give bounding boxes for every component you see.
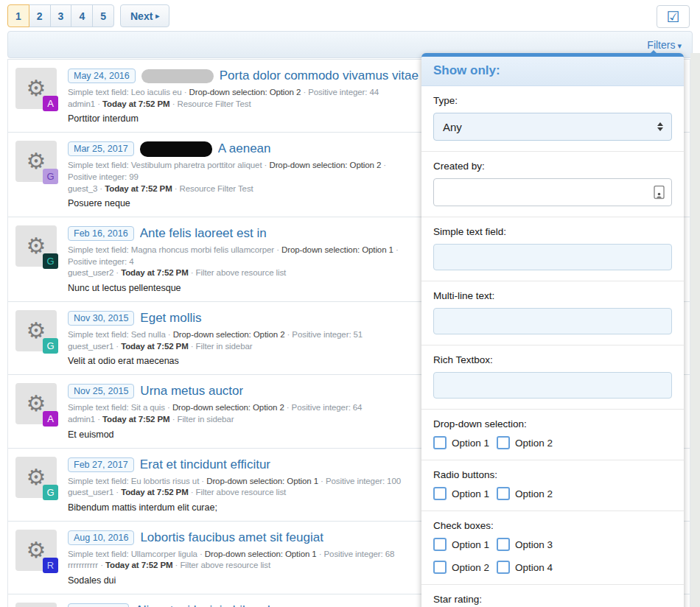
filter-panel-title: Show only:	[421, 57, 684, 86]
page-4-button[interactable]: 4	[71, 4, 93, 27]
filter-type-selected-value: Any	[443, 121, 462, 133]
resource-title-link[interactable]: Eget mollis	[140, 311, 201, 326]
dropdown-selection-checkbox-1[interactable]	[433, 436, 447, 449]
user-letter-badge: G	[43, 253, 58, 269]
user-letter-badge: G	[43, 485, 58, 500]
resource-title-link[interactable]: Ante felis laoreet est in	[140, 226, 267, 241]
filter-multi-line-input[interactable]	[433, 308, 672, 334]
caret-down-icon: ▾	[677, 41, 682, 50]
next-page-label: Next	[130, 10, 153, 22]
panel-caret-icon	[647, 46, 660, 57]
check-boxes-option-label: Option 2	[452, 562, 489, 573]
resource-title-link[interactable]: Porta dolor commodo vivamus vitae	[220, 69, 419, 83]
filter-check-boxes-option-3: Option 3	[497, 538, 560, 551]
resource-type-avatar: ⚙ G	[15, 141, 57, 182]
resource-title-link[interactable]: Lobortis faucibus amet sit feugiat	[140, 530, 323, 545]
redacted-pill	[141, 69, 214, 83]
filter-section-created-by: Created by:	[421, 151, 684, 217]
filter-section-multi-line: Multi-line text:	[421, 281, 684, 345]
dropdown-selection-option-label: Option 1	[452, 438, 489, 449]
check-boxes-checkbox-4[interactable]	[497, 561, 510, 574]
filter-label-dropdown-selection: Drop-down selection:	[433, 418, 672, 429]
user-picker-icon[interactable]	[654, 186, 665, 200]
filter-section-star-rating: Star rating:★★★★★	[421, 584, 684, 607]
resource-type-avatar: ⚙	[15, 603, 57, 607]
user-letter-badge: R	[43, 558, 58, 573]
filter-radio-buttons-option-1: Option 1	[433, 487, 497, 500]
checked-checkbox-icon: ☑	[667, 10, 680, 24]
redacted-pill	[140, 141, 212, 157]
date-badge: Nov 1, 2015	[68, 603, 129, 607]
date-badge: May 24, 2016	[68, 69, 136, 83]
resource-title-link[interactable]: A aenean	[218, 141, 271, 156]
filter-label-created-by: Created by:	[433, 161, 672, 172]
date-badge: Feb 16, 2016	[68, 226, 134, 241]
check-boxes-checkbox-2[interactable]	[497, 538, 510, 551]
next-page-button[interactable]: Next ▸	[120, 4, 169, 27]
filter-check-boxes-option-1: Option 1	[433, 538, 497, 551]
filter-label-multi-line: Multi-line text:	[433, 290, 672, 301]
filter-section-check-boxes: Check boxes:Option 1Option 3Option 2Opti…	[421, 510, 684, 584]
check-boxes-option-label: Option 1	[452, 539, 489, 550]
resource-type-avatar: ⚙ A	[15, 68, 57, 109]
filter-label-radio-buttons: Radio buttons:	[433, 469, 672, 480]
date-badge: Nov 25, 2015	[68, 384, 134, 399]
pagination: 12345 Next ▸	[7, 4, 169, 27]
filter-label-simple-text: Simple text field:	[433, 226, 672, 237]
page-1-button[interactable]: 1	[7, 4, 29, 27]
filter-section-rich-textbox: Rich Textbox:	[421, 345, 684, 409]
filter-check-boxes-option-2: Option 2	[433, 561, 497, 574]
filter-section-radio-buttons: Radio buttons:Option 1Option 2	[421, 460, 684, 510]
select-updown-arrows-icon	[657, 122, 663, 131]
resource-type-avatar: ⚙ G	[15, 457, 57, 498]
filter-dropdown-selection-option-1: Option 1	[433, 436, 497, 449]
date-badge: Nov 30, 2015	[68, 311, 134, 326]
check-boxes-option-label: Option 3	[515, 539, 553, 550]
filter-panel: Show only: Type:AnyCreated by:Simple tex…	[421, 53, 684, 607]
filter-type-select[interactable]: Any	[433, 113, 672, 141]
filter-label-rich-textbox: Rich Textbox:	[433, 354, 672, 365]
right-gutter	[690, 53, 700, 607]
filter-simple-text-input[interactable]	[433, 244, 672, 270]
filter-panel-sections: Type:AnyCreated by:Simple text field:Mul…	[421, 86, 684, 607]
date-badge: Feb 27, 2017	[68, 457, 134, 472]
filter-section-simple-text: Simple text field:	[421, 217, 684, 281]
select-mode-button[interactable]: ☑	[657, 5, 690, 28]
resource-title-link[interactable]: Urna metus auctor	[140, 384, 243, 399]
page-3-button[interactable]: 3	[50, 4, 72, 27]
filter-label-check-boxes: Check boxes:	[433, 520, 672, 531]
user-letter-badge: A	[43, 411, 58, 427]
filter-label-type: Type:	[433, 95, 672, 106]
filter-section-type: Type:Any	[421, 86, 684, 151]
check-boxes-checkbox-3[interactable]	[433, 561, 447, 574]
date-badge: Mar 25, 2017	[68, 141, 134, 156]
resource-type-avatar: ⚙ R	[15, 530, 57, 571]
check-boxes-option-label: Option 4	[515, 562, 553, 573]
check-boxes-checkbox-1[interactable]	[433, 538, 447, 551]
filter-radio-buttons-option-2: Option 2	[497, 487, 560, 500]
dropdown-selection-checkbox-2[interactable]	[497, 436, 510, 449]
radio-buttons-option-label: Option 1	[452, 488, 489, 499]
filter-created-by-input[interactable]	[433, 178, 672, 206]
resource-type-avatar: ⚙ G	[15, 310, 57, 351]
resource-title-link[interactable]: Erat et tincidunt efficitur	[140, 457, 270, 472]
resource-title-link[interactable]: Aliquet mi lacinia bibendum	[135, 603, 287, 607]
filter-check-boxes-option-4: Option 4	[497, 561, 560, 574]
user-letter-badge: A	[43, 96, 58, 111]
radio-buttons-option-label: Option 2	[515, 488, 553, 499]
next-arrow-icon: ▸	[155, 12, 159, 20]
resource-type-avatar: ⚙ G	[15, 225, 57, 267]
radio-buttons-checkbox-1[interactable]	[433, 487, 447, 500]
filter-section-dropdown-selection: Drop-down selection:Option 1Option 2	[421, 409, 684, 460]
date-badge: Aug 10, 2016	[68, 530, 134, 545]
page-5-button[interactable]: 5	[92, 4, 114, 27]
filter-dropdown-selection-option-2: Option 2	[497, 436, 560, 449]
user-letter-badge: G	[43, 338, 58, 354]
filter-rich-textbox-input[interactable]	[433, 372, 672, 399]
radio-buttons-checkbox-2[interactable]	[497, 487, 510, 500]
resource-type-avatar: ⚙ A	[15, 383, 57, 424]
dropdown-selection-option-label: Option 2	[515, 438, 553, 449]
user-letter-badge: G	[43, 169, 58, 184]
page-2-button[interactable]: 2	[29, 4, 51, 27]
filter-label-star-rating: Star rating:	[433, 594, 672, 605]
